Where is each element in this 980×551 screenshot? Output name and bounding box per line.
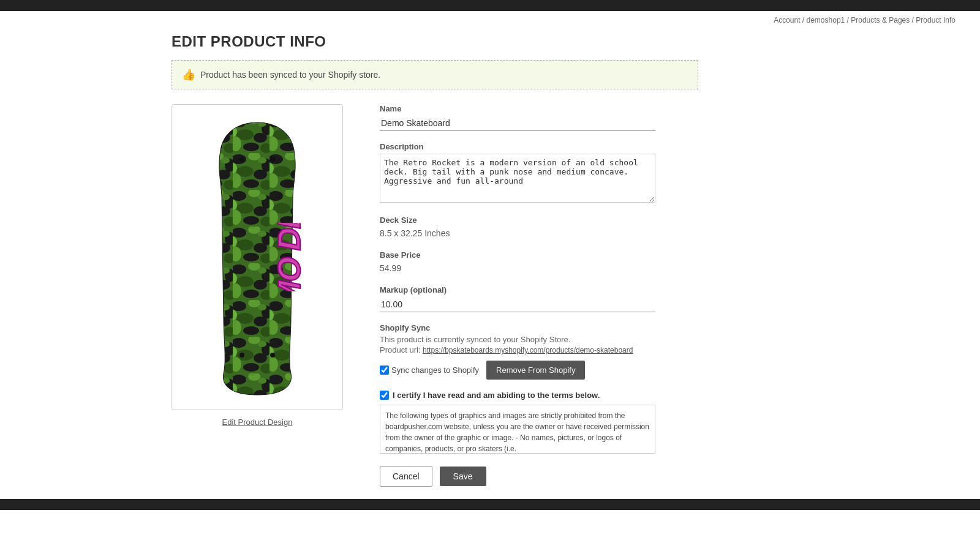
product-form-column: Name Description Deck Size 8.5 x 32.25 I… [380,104,655,487]
product-image-column: DEMO DECK Edit Product Design [172,104,343,427]
shopify-sync-url-row: Product url: https://bpskateboards.mysho… [380,345,655,354]
base-price-group: Base Price 54.99 [380,250,655,274]
sync-checkbox[interactable] [380,365,389,375]
breadcrumb: Account / demoshop1 / Products & Pages /… [0,11,980,27]
base-price-label: Base Price [380,250,655,260]
shopify-sync-url-link[interactable]: https://bpskateboards.myshopify.com/prod… [423,346,633,354]
svg-point-12 [239,157,244,162]
shopify-sync-url-label: Product url: [380,345,420,354]
deck-size-label: Deck Size [380,216,655,225]
skateboard-image: DEMO DECK [196,116,318,398]
product-image-box: DEMO DECK [172,104,343,410]
page-title: EDIT PRODUCT INFO [172,33,698,50]
certify-label-text: I certify I have read and am abiding to … [393,391,600,400]
name-input[interactable] [380,116,655,131]
markup-group: Markup (optional) [380,285,655,312]
cancel-button[interactable]: Cancel [380,466,432,487]
description-label: Description [380,142,655,151]
remove-shopify-button[interactable]: Remove From Shopify [486,361,585,380]
sync-checkbox-label[interactable]: Sync changes to Shopify [380,365,479,375]
bottom-bar [0,499,980,510]
save-button[interactable]: Save [440,467,486,486]
certify-checkbox[interactable] [380,391,389,400]
name-label: Name [380,104,655,113]
name-group: Name [380,104,655,131]
shopify-sync-label: Shopify Sync [380,323,655,332]
svg-point-14 [239,353,244,358]
deck-size-group: Deck Size 8.5 x 32.25 Inches [380,216,655,239]
sync-checkbox-text: Sync changes to Shopify [391,365,479,375]
certify-section: I certify I have read and am abiding to … [380,391,655,454]
markup-input[interactable] [380,297,655,312]
svg-point-13 [270,157,275,162]
shopify-sync-text: This product is currently synced to your… [380,335,655,344]
action-row: Cancel Save [380,466,655,487]
sync-notice-text: Product has been synced to your Shopify … [200,70,380,80]
breadcrumb-text: Account / demoshop1 / Products & Pages /… [774,16,956,24]
description-textarea[interactable] [380,154,655,203]
shopify-sync-section: Shopify Sync This product is currently s… [380,323,655,380]
sync-row: Sync changes to Shopify Remove From Shop… [380,361,655,380]
sync-notice: 👍 Product has been synced to your Shopif… [172,60,698,89]
edit-design-link[interactable]: Edit Product Design [222,418,293,427]
thumbs-up-icon: 👍 [182,68,195,81]
svg-point-15 [270,353,275,358]
description-group: Description [380,142,655,204]
top-bar [0,0,980,11]
base-price-value: 54.99 [380,262,655,274]
certify-label[interactable]: I certify I have read and am abiding to … [380,391,655,400]
deck-size-value: 8.5 x 32.25 Inches [380,227,655,239]
markup-label: Markup (optional) [380,285,655,294]
terms-box[interactable]: The following types of graphics and imag… [380,405,655,454]
